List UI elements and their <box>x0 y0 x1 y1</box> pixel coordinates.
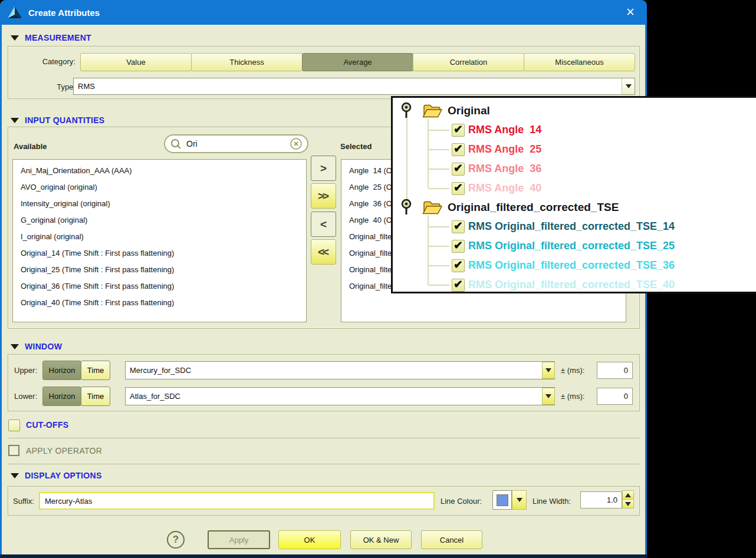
upper-horizon-combobox[interactable]: Mercury_for_SDC <box>125 361 555 379</box>
cut-offs-header[interactable]: CUT-OFFS <box>26 420 68 430</box>
upper-offset-label: ± (ms): <box>561 366 584 375</box>
lower-offset-input[interactable]: 0 <box>597 388 633 405</box>
lower-horizon-combobox[interactable]: Atlas_for_SDC <box>125 387 555 405</box>
checked-checkbox[interactable]: ✔ <box>452 240 465 253</box>
line-colour-swatch-box[interactable] <box>492 490 512 510</box>
list-item[interactable]: Ani_Maj_Orientation_AAA (AAA) <box>21 163 306 179</box>
tree-group-header[interactable]: Original_filtered_corrected_TSE <box>393 198 756 217</box>
input-quantities-header-label: INPUT QUANTITIES <box>25 115 104 125</box>
apply-button[interactable]: Apply <box>208 530 270 549</box>
lower-dropdown-arrow-icon[interactable] <box>542 388 555 405</box>
checked-checkbox[interactable]: ✔ <box>452 220 465 233</box>
category-button-thickness[interactable]: Thickness <box>191 53 303 71</box>
titlebar: Create Attributes ✕ <box>0 0 647 25</box>
checkmark-icon: ✔ <box>453 182 463 193</box>
window-title: Create Attributes <box>28 8 100 18</box>
input-quantities-section-header[interactable]: INPUT QUANTITIES <box>11 115 104 125</box>
type-combobox[interactable]: RMS <box>73 78 635 95</box>
line-width-spinner <box>622 490 634 509</box>
tree-item[interactable]: ✔RMS Original_filtered_corrected_TSE_14 <box>393 217 756 236</box>
list-item[interactable]: I_original (original) <box>21 229 306 245</box>
window-header-label: WINDOW <box>25 342 62 351</box>
upper-horizon-toggle[interactable]: Horizon <box>42 361 81 380</box>
spinner-down-icon[interactable] <box>622 499 634 509</box>
spinner-up-icon[interactable] <box>622 490 634 500</box>
tree-group-label: Original_filtered_corrected_TSE <box>448 201 619 214</box>
divider <box>8 464 640 464</box>
list-item[interactable]: Original_40 (Time Shift : First pass fla… <box>21 295 306 311</box>
tree-item-label: RMS Original_filtered_corrected_TSE_14 <box>468 220 675 233</box>
collapse-triangle-icon <box>11 118 19 123</box>
window-section-header[interactable]: WINDOW <box>11 342 62 351</box>
tree-item[interactable]: ✔RMS Original_filtered_corrected_TSE_36 <box>393 256 756 275</box>
ok-button[interactable]: OK <box>278 530 341 549</box>
suffix-input[interactable]: Mercury-Atlas <box>39 492 435 510</box>
checked-checkbox[interactable]: ✔ <box>452 279 465 292</box>
checked-checkbox[interactable]: ✔ <box>452 163 465 176</box>
checkmark-icon: ✔ <box>453 163 463 174</box>
list-item[interactable]: Intensity_original (original) <box>21 196 306 212</box>
list-item[interactable]: Original_36 (Time Shift : First pass fla… <box>21 278 306 295</box>
search-value: Ori <box>186 139 290 148</box>
tree-item[interactable]: ✔RMS Original_filtered_corrected_TSE_40 <box>393 275 756 293</box>
lower-time-toggle[interactable]: Time <box>81 387 110 406</box>
tree-collapse-handle-icon[interactable] <box>400 199 413 216</box>
available-list-header: Available <box>14 142 47 151</box>
tree-item[interactable]: ✔RMS Angle 14 <box>393 120 756 140</box>
checkmark-icon: ✔ <box>453 124 463 135</box>
lower-label: Lower: <box>14 392 37 401</box>
tree-item[interactable]: ✔RMS Angle 25 <box>393 140 756 159</box>
measurement-section-header[interactable]: MEASUREMENT <box>11 33 91 42</box>
close-icon[interactable]: ✕ <box>623 5 637 19</box>
suffix-label: Suffix: <box>13 497 34 506</box>
move-all-left-button[interactable]: << <box>311 239 336 265</box>
apply-operator-checkbox[interactable] <box>8 445 19 456</box>
tree-item[interactable]: ✔RMS Original_filtered_corrected_TSE_25 <box>393 236 756 256</box>
move-all-right-button[interactable]: >> <box>311 183 336 209</box>
help-button[interactable]: ? <box>167 531 185 549</box>
checkmark-icon: ✔ <box>453 259 463 270</box>
list-item[interactable]: G_original (original) <box>21 212 306 229</box>
type-value: RMS <box>78 82 95 91</box>
cut-offs-expand-toggle[interactable] <box>8 420 20 431</box>
upper-label: Upper: <box>14 366 37 375</box>
checked-checkbox[interactable]: ✔ <box>452 182 465 195</box>
category-button-value[interactable]: Value <box>80 53 192 71</box>
checked-checkbox[interactable]: ✔ <box>452 143 465 156</box>
ok-and-new-button[interactable]: OK & New <box>350 530 412 549</box>
upper-dropdown-arrow-icon[interactable] <box>542 362 555 379</box>
line-width-input[interactable]: 1.0 <box>580 491 622 509</box>
clear-search-icon[interactable]: ✕ <box>290 138 302 150</box>
list-item[interactable]: Original_14 (Time Shift : First pass fla… <box>21 245 306 262</box>
tree-item-label: RMS Angle 40 <box>468 182 541 194</box>
checked-checkbox[interactable]: ✔ <box>452 259 465 272</box>
tree-item[interactable]: ✔RMS Angle 40 <box>393 179 756 198</box>
category-label: Category: <box>24 57 75 66</box>
lower-offset-label: ± (ms): <box>561 392 584 401</box>
lower-horizon-toggle[interactable]: Horizon <box>42 387 81 406</box>
category-button-average[interactable]: Average <box>302 53 413 71</box>
upper-offset-input[interactable]: 0 <box>597 362 633 379</box>
type-dropdown-arrow-icon[interactable] <box>622 78 635 94</box>
category-button-correlation[interactable]: Correlation <box>413 53 524 71</box>
category-button-miscellaneous[interactable]: Miscellaneous <box>524 53 635 71</box>
tree-group-header[interactable]: Original <box>393 101 756 120</box>
tree-item-label: RMS Angle 36 <box>468 163 541 175</box>
display-options-section-header[interactable]: DISPLAY OPTIONS <box>11 471 102 480</box>
available-list[interactable]: Ani_Maj_Orientation_AAA (AAA)AVO_origina… <box>12 159 307 322</box>
upper-time-toggle[interactable]: Time <box>81 361 110 380</box>
list-item[interactable]: AVO_original (original) <box>21 179 306 196</box>
screenshot-root: Create Attributes ✕ MEASUREMENT Category… <box>0 0 756 558</box>
move-left-button[interactable]: < <box>311 212 336 237</box>
list-item[interactable]: Original_25 (Time Shift : First pass fla… <box>21 262 306 278</box>
lower-toggle: Horizon Time <box>42 387 110 406</box>
line-colour-dropdown-arrow-icon[interactable] <box>512 490 527 510</box>
checked-checkbox[interactable]: ✔ <box>452 124 465 137</box>
search-input[interactable]: Ori ✕ <box>164 134 308 153</box>
tree-item[interactable]: ✔RMS Angle 36 <box>393 159 756 179</box>
cancel-button[interactable]: Cancel <box>421 530 482 549</box>
line-colour-swatch <box>497 494 508 506</box>
type-label: Type: <box>35 82 75 91</box>
tree-collapse-handle-icon[interactable] <box>400 102 413 120</box>
move-right-button[interactable]: > <box>311 156 336 181</box>
